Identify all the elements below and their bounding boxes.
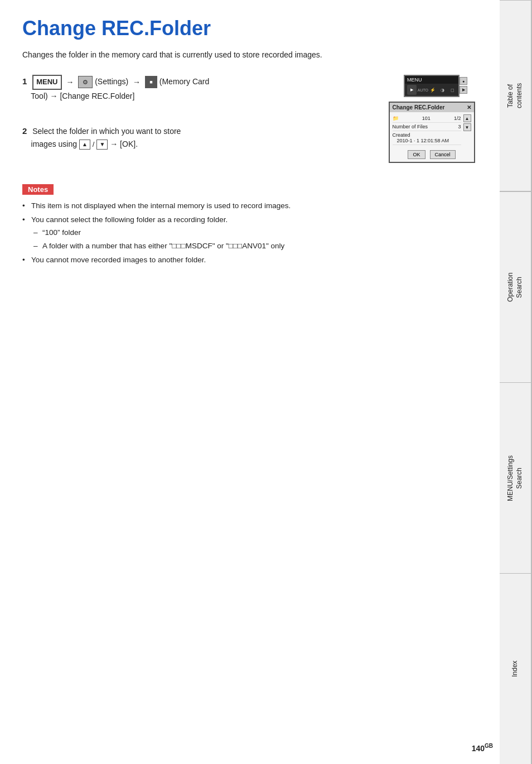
step-2: 2 Select the folder in which you want to… [22,124,376,151]
page-number: 140GB [472,743,493,753]
camera-rec-btn: ● [460,77,467,85]
nav-down-btn: ▼ [96,140,108,150]
note-item-2: You cannot select the following folder a… [22,214,476,252]
menu-button-icon: MENU [32,75,61,90]
dialog-created-row: Created 2010-1 · 1 12:01:58 AM [393,131,461,145]
camera-misc-icon: ◻ [448,86,456,94]
camera-side-controls: ● ▶ [460,77,468,94]
created-label: Created [393,132,410,138]
step-2-end: → [OK]. [110,140,138,148]
note-sub-item-1: “100” folder [31,227,476,238]
camera-play-btn: ▶ [460,86,467,94]
memory-card-icon: ■ [145,76,157,88]
dialog-body: 📁 101 1/2 Number of Files 3 Created 2010… [390,112,474,147]
dialog-scroll-controls: ▲ ▼ [463,114,471,131]
camera-mode-icon: ▶ [407,85,417,95]
step-1: 1 MENU → ⚙ (Settings) → ■ (Memory Card T… [22,75,376,102]
note-item-3: You cannot move recorded images to anoth… [22,254,476,266]
sidebar-tab-toc[interactable]: Table ofcontents [500,0,532,191]
sidebar-tab-index[interactable]: Index [500,573,532,764]
camera-clock-icon: ◑ [439,86,447,94]
arrow-icon-1: → [66,76,74,88]
arrow-icon-2: → [133,76,141,88]
notes-sub-list: “100” folder A folder with a number that… [31,227,476,252]
settings-icon: ⚙ [78,76,93,88]
step-1-number: 1 [22,76,27,86]
files-label: Number of Files [393,124,428,129]
step-1-settings-text: (Settings) [95,77,130,86]
camera-menu-bar: MENU [405,76,458,84]
sidebar-tab-operation[interactable]: OperationSearch [500,191,532,382]
sidebar: Table ofcontents OperationSearch MENU/Se… [500,0,532,764]
camera-icons-row: ▶ AUTO ⚡ ◑ ◻ [405,84,458,96]
camera-lightning-icon: ⚡ [429,86,437,94]
dialog-title: Change REC.Folder [393,104,445,110]
camera-auto-icon: AUTO [419,86,427,94]
created-date: 2010-1 · 1 12:01:58 AM [393,138,449,143]
folder-number: 101 [422,116,431,121]
dialog-cancel-btn[interactable]: Cancel [430,150,456,159]
sidebar-tab-menu[interactable]: MENU/SettingsSearch [500,382,532,573]
camera-screen: MENU ▶ AUTO ⚡ ◑ ◻ ● ▶ [404,75,460,97]
nav-up-btn: ▲ [79,140,90,150]
notes-section: Notes This item is not displayed when th… [22,184,476,266]
change-rec-folder-dialog: Change REC.Folder ✕ 📁 101 1/2 Number o [389,102,475,163]
dialog-header: Change REC.Folder ✕ [390,103,474,112]
note-item-2-text: You cannot select the following folder a… [31,215,228,224]
dialog-folder-row: 📁 101 1/2 [393,114,461,123]
files-count: 3 [458,124,461,129]
step-2-number: 2 [22,126,27,136]
note-sub-item-2: A folder with a number that has either "… [31,241,476,252]
scroll-up-btn[interactable]: ▲ [463,114,471,122]
scroll-down-btn[interactable]: ▼ [463,123,471,131]
notes-list: This item is not displayed when the inte… [22,200,476,266]
dialog-footer: OK Cancel [390,147,474,162]
dialog-ok-btn[interactable]: OK [408,150,425,159]
page-title: Change REC.Folder [22,17,476,40]
page-description: Changes the folder in the memory card th… [22,50,476,59]
camera-menu-label: MENU [407,77,422,83]
camera-ui: MENU ▶ AUTO ⚡ ◑ ◻ ● ▶ Change REC.Fo [387,75,476,163]
page-info: 1/2 [454,116,461,121]
note-item-1: This item is not displayed when the inte… [22,200,476,212]
notes-label: Notes [22,184,54,195]
dialog-close-btn[interactable]: ✕ [467,104,471,110]
dialog-files-row: Number of Files 3 [393,123,461,131]
folder-icon: 📁 [393,116,399,121]
